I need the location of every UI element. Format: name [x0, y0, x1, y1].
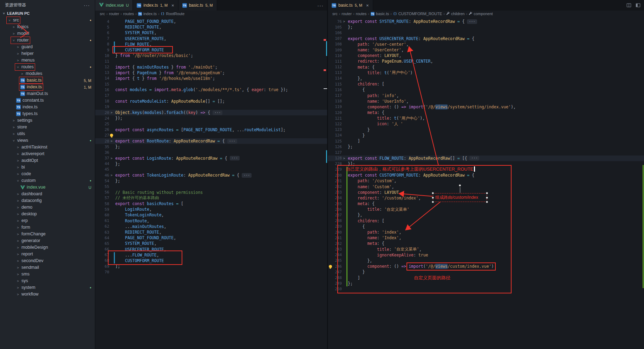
code-line-228[interactable]: 228}]; [328, 161, 644, 167]
code-line-128[interactable]: 128>export const FLOW_ROUTE: AppRouteRec… [328, 156, 644, 161]
code-line-243[interactable]: 243 title: '自定义菜单', [328, 247, 644, 252]
folded-code-chip[interactable]: ··· [230, 156, 240, 160]
explorer-file-mainOut.ts[interactable]: TSmainOut.ts [0, 90, 95, 97]
code-line-237[interactable]: 237 }, [328, 212, 644, 218]
code-editor-basic-ts[interactable]: 76>export const SYSTEM_ROUTE: AppRouteRe… [328, 17, 644, 292]
code-line-61[interactable]: 61 RootRoute, [95, 218, 327, 224]
explorer-folder-settings[interactable]: >settings [0, 117, 95, 124]
code-line-54[interactable]: 54}; [95, 178, 327, 184]
code-line-229[interactable]: 229 [328, 167, 644, 172]
fold-chevron-icon[interactable]: > [111, 157, 112, 160]
code-line-126[interactable]: 126}; [328, 144, 644, 150]
code-line-12[interactable]: 12import { mainOutRoutes } from './mainO… [95, 64, 327, 70]
code-line-14[interactable]: 14import { t } from '/@/hooks/web/useI18… [95, 76, 327, 81]
code-line-11[interactable]: 11 [95, 58, 327, 64]
code-line-13[interactable]: 13import { PageEnum } from '/@/enums/pag… [95, 70, 327, 76]
breadcrumb-item-CUSTOMFORM_ROUTE[interactable]: {}CUSTOMFORM_ROUTE [393, 12, 442, 16]
explorer-folder-router[interactable]: >router● [0, 37, 95, 44]
breadcrumb-item-src[interactable]: src [332, 12, 338, 16]
fold-chevron-icon[interactable]: > [343, 157, 345, 160]
code-line-117[interactable]: 117 path: 'info', [328, 93, 644, 98]
code-line-67[interactable]: 67 ...FLOW_ROUTE, [95, 252, 327, 258]
fold-chevron-icon[interactable]: > [111, 139, 112, 143]
resize-handle-top-left[interactable] [432, 192, 434, 194]
split-editor-icon[interactable] [626, 3, 631, 8]
code-line-55[interactable]: 55 [95, 184, 327, 189]
breadcrumb-item-basic.ts[interactable]: TSbasic.ts [371, 12, 389, 16]
close-icon[interactable]: × [171, 3, 174, 8]
code-line-115[interactable]: 115 children: [ [328, 81, 644, 87]
code-line-124[interactable]: 124 } [328, 133, 644, 138]
code-line-6[interactable]: 6 SYSTEM_ROUTE, [95, 30, 327, 36]
code-line-25[interactable]: 25 [95, 121, 327, 127]
explorer-folder-menus[interactable]: >menus [0, 57, 95, 64]
code-line-238[interactable]: 238 children: [ [328, 218, 644, 224]
code-line-232[interactable]: 232 name: 'Custom', [328, 184, 644, 189]
code-line-239[interactable]: 239 { [328, 224, 644, 229]
explorer-folder-utils[interactable]: >utils [0, 131, 95, 137]
explorer-folder-routes[interactable]: >routes● [0, 64, 95, 70]
explorer-folder-views[interactable]: >views● [0, 137, 95, 144]
code-line-26[interactable]: 26export const asyncRoutes = [PAGE_NOT_F… [95, 127, 327, 133]
code-line-76[interactable]: 76>export const SYSTEM_ROUTE: AppRouteRe… [328, 19, 644, 24]
explorer-folder-system[interactable]: >system● [0, 284, 95, 291]
explorer-folder-actHiTaskinst[interactable]: >actHiTaskinst [0, 144, 95, 151]
code-line-68[interactable]: 68 CUSTOMFORM_ROUTE [95, 258, 327, 264]
explorer-file-index.ts[interactable]: TSindex.ts1, M [0, 84, 95, 90]
folded-code-chip[interactable]: ··· [242, 173, 252, 178]
resize-handle-bottom-left[interactable] [432, 201, 434, 203]
explorer-folder-activereport[interactable]: >activereport [0, 151, 95, 157]
resize-handle-bottom-right[interactable] [486, 201, 488, 203]
more-actions-icon[interactable]: ··· [317, 2, 324, 8]
lightbulb-icon[interactable] [329, 265, 332, 268]
explorer-folder-modules[interactable]: >modules [0, 70, 95, 77]
code-line-245[interactable]: 245 }, [328, 258, 644, 264]
tab-basic.ts[interactable]: TSbasic.ts5, M [178, 0, 217, 11]
explorer-folder-workflow[interactable]: >workflow [0, 291, 95, 298]
code-line-125[interactable]: 125 ] [328, 138, 644, 144]
folded-code-chip[interactable]: ··· [467, 19, 477, 24]
explorer-folder-logics[interactable]: >logics [0, 24, 95, 30]
tab-basic.ts[interactable]: TSbasic.ts5, M× [328, 0, 373, 11]
lightbulb-icon[interactable] [110, 134, 113, 137]
code-line-69[interactable]: 69]; [95, 264, 327, 269]
fold-chevron-icon[interactable]: > [343, 20, 345, 23]
close-icon[interactable]: × [366, 3, 369, 8]
code-line-16[interactable]: 16const modules = import.meta.glob('./mo… [95, 87, 327, 93]
explorer-folder-sendmail[interactable]: >sendmail [0, 264, 95, 271]
explorer-folder-custom[interactable]: >custom● [0, 177, 95, 184]
fold-chevron-icon[interactable]: > [111, 173, 112, 177]
code-line-231[interactable]: 231 path: '/custom', [328, 178, 644, 184]
breadcrumb-item-router[interactable]: router [341, 12, 352, 16]
resize-handle-left[interactable] [432, 197, 434, 199]
code-line-107[interactable]: 107export const USERCENTER_ROUTE: AppRou… [328, 36, 644, 42]
code-line-56[interactable]: 56// Basic routing without permissions [95, 190, 327, 195]
code-line-236[interactable]: 236 title: '自定义菜单' [328, 207, 644, 212]
code-line-36[interactable]: 36 [95, 150, 327, 155]
explorer-file-basic.ts[interactable]: TSbasic.ts5, M [0, 77, 95, 84]
code-line-5[interactable]: 5 REDIRECT_ROUTE, [95, 24, 327, 30]
overview-ruler-left[interactable] [323, 17, 327, 349]
explorer-folder-guard[interactable]: >guard [0, 44, 95, 50]
explorer-folder-sys[interactable]: >sys [0, 278, 95, 284]
rotate-handle[interactable] [459, 184, 461, 186]
explorer-folder-dataconfig[interactable]: >dataconfig [0, 197, 95, 204]
explorer-folder-mobileDesign[interactable]: >mobileDesign [0, 244, 95, 251]
explorer-folder-bi[interactable]: >bi [0, 164, 95, 171]
code-line-63[interactable]: 63 REDIRECT_ROUTE, [95, 229, 327, 235]
code-line-114[interactable]: 114 }, [328, 76, 644, 81]
breadcrumb-item-index.ts[interactable]: TSindex.ts [138, 12, 157, 16]
explorer-folder-helper[interactable]: >helper [0, 50, 95, 57]
code-line-19[interactable]: 19 [95, 104, 327, 110]
code-line-121[interactable]: 121 title: t('用户中心'), [328, 115, 644, 121]
code-line-62[interactable]: 62 ...mainOutRoutes, [95, 224, 327, 229]
code-line-44[interactable]: 44}; [95, 161, 327, 167]
code-line-66[interactable]: 66 USERCENTER_ROUTE, [95, 247, 327, 252]
overview-ruler-right[interactable] [640, 17, 644, 349]
explorer-folder-demo[interactable]: >demo [0, 204, 95, 211]
code-editor-index-ts[interactable]: 4 PAGE_NOT_FOUND_ROUTE,5 REDIRECT_ROUTE,… [95, 17, 327, 275]
code-line-65[interactable]: 65 SYSTEM_ROUTE, [95, 241, 327, 246]
tab-index.ts[interactable]: TSindex.ts1, M× [133, 0, 178, 11]
code-line-58[interactable]: 58export const basicRoutes = [ [95, 201, 327, 207]
code-line-57[interactable]: 57// 未经许可的基本路由 [95, 195, 327, 201]
